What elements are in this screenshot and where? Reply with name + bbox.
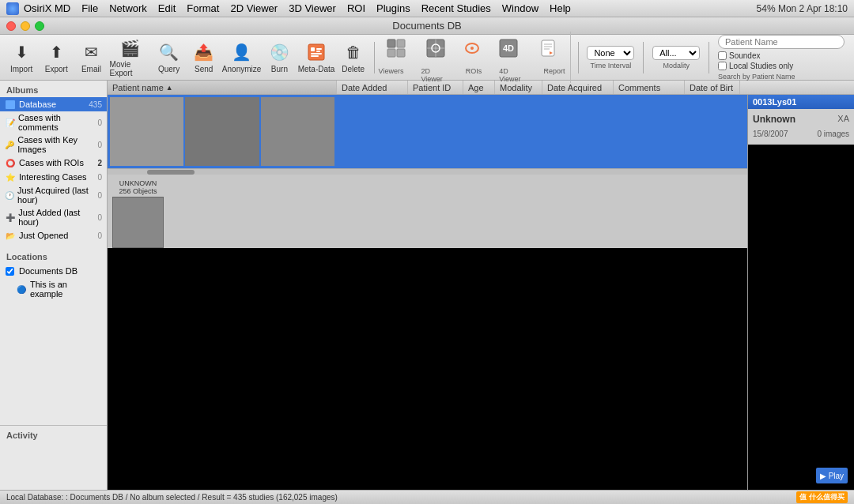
activity-header: Activity bbox=[0, 426, 107, 442]
2dviewer-label: 2D Viewer bbox=[421, 67, 448, 83]
menu-edit[interactable]: Edit bbox=[158, 2, 176, 14]
toolbar-separator-4 bbox=[709, 42, 709, 73]
thumb-1 bbox=[110, 97, 183, 166]
menu-3dviewer[interactable]: 3D Viewer bbox=[289, 2, 336, 14]
albums-section-header: Albums bbox=[0, 81, 107, 97]
wzhi-badge: 值 什么值得买 bbox=[796, 491, 848, 503]
sidebar-item-rois[interactable]: ⭕ Cases with ROIs 2 bbox=[0, 156, 107, 170]
sidebar-item-example[interactable]: 🔵 This is an example bbox=[0, 278, 107, 300]
menubar: OsiriX MD File Network Edit Format 2D Vi… bbox=[0, 0, 854, 17]
4dviewer-button[interactable]: 4D bbox=[488, 32, 529, 66]
soundex-checkbox-label[interactable]: Soundex bbox=[718, 51, 845, 60]
menu-window[interactable]: Window bbox=[502, 2, 538, 14]
sidebar-item-just-opened[interactable]: 📂 Just Opened 0 bbox=[0, 228, 107, 243]
query-button[interactable]: 🔍 Query bbox=[152, 38, 185, 77]
rois-button[interactable] bbox=[458, 32, 486, 66]
viewers-button[interactable] bbox=[379, 32, 414, 66]
col-patient-name[interactable]: Patient name ▲ bbox=[108, 81, 337, 94]
sidebar-item-just-added[interactable]: ➕ Just Added (last hour) 0 bbox=[0, 206, 107, 228]
metadata-button[interactable]: Meta-Data bbox=[298, 38, 335, 77]
sidebar: Albums Database 435 📝 Cases with comment… bbox=[0, 81, 108, 490]
statusbar: Local Database: : Documents DB / No albu… bbox=[0, 490, 854, 504]
report-icon bbox=[537, 37, 559, 59]
delete-button[interactable]: 🗑 Delete bbox=[337, 38, 370, 77]
movie-export-button[interactable]: 🎬 Movie Export bbox=[110, 38, 151, 77]
activity-section: Activity bbox=[0, 425, 107, 490]
send-button[interactable]: 📤 Send bbox=[187, 38, 221, 77]
just-acquired-icon: 🕐 bbox=[5, 190, 14, 201]
report-button[interactable] bbox=[531, 32, 565, 66]
send-icon: 📤 bbox=[193, 41, 215, 63]
viewers-label: Viewers bbox=[379, 67, 404, 83]
import-button[interactable]: ⬇ Import bbox=[5, 38, 38, 77]
burn-icon: 💿 bbox=[268, 41, 290, 63]
small-thumb-img bbox=[112, 197, 164, 248]
search-input[interactable] bbox=[718, 35, 845, 49]
soundex-checkbox[interactable] bbox=[718, 51, 727, 60]
query-icon: 🔍 bbox=[158, 41, 180, 63]
horizontal-scrollbar[interactable] bbox=[108, 168, 747, 175]
search-area: Soundex Local Studies only Search by Pat… bbox=[713, 32, 849, 84]
menu-help[interactable]: Help bbox=[550, 2, 571, 14]
2dviewer-button[interactable] bbox=[415, 32, 456, 66]
svg-rect-9 bbox=[397, 49, 405, 57]
content-split: UNKNOWN 256 Objects 15/8/2007 bbox=[108, 95, 854, 490]
svg-rect-22 bbox=[6, 100, 15, 109]
play-button[interactable]: ▶ Play bbox=[816, 468, 848, 483]
menu-plugins[interactable]: Plugins bbox=[376, 2, 410, 14]
minimize-button[interactable] bbox=[21, 21, 30, 31]
menu-format[interactable]: Format bbox=[187, 2, 219, 14]
sidebar-item-key-images[interactable]: 🔑 Cases with Key Images 0 bbox=[0, 134, 107, 156]
second-table-row[interactable]: UNKNOWN 256 Objects 15/8/2007 bbox=[108, 175, 747, 248]
unknown-label: UNKNOWN 256 Objects bbox=[119, 179, 157, 195]
sidebar-item-interesting[interactable]: ⭐ Interesting Cases 0 bbox=[0, 170, 107, 184]
maximize-button[interactable] bbox=[35, 21, 44, 31]
close-button[interactable] bbox=[6, 21, 16, 31]
menu-network[interactable]: Network bbox=[109, 2, 147, 14]
rois-icon bbox=[461, 37, 483, 59]
modality-select[interactable]: All... bbox=[652, 46, 700, 60]
rois-label: ROIs bbox=[466, 67, 482, 83]
local-studies-checkbox[interactable] bbox=[718, 62, 727, 70]
viewers-icon bbox=[385, 37, 407, 59]
local-studies-checkbox-label[interactable]: Local Studies only bbox=[718, 62, 845, 70]
selected-table-row[interactable] bbox=[108, 95, 747, 168]
modality-label: Modality bbox=[663, 62, 690, 70]
menu-file[interactable]: File bbox=[81, 2, 98, 14]
modality-group: All... Modality bbox=[648, 46, 705, 70]
menu-2dviewer[interactable]: 2D Viewer bbox=[230, 2, 278, 14]
col-comments[interactable]: Comments bbox=[614, 81, 685, 94]
right-panel: 0013Lys01 Unknown XA 15/8/2007 0 images bbox=[747, 95, 854, 490]
svg-rect-7 bbox=[397, 39, 405, 47]
4dviewer-label: 4D Viewer bbox=[499, 67, 526, 83]
status-bar-right: 54% Mon 2 Apr 18:10 bbox=[757, 3, 848, 14]
status-text: 54% Mon 2 Apr 18:10 bbox=[757, 3, 848, 14]
sidebar-item-just-acquired[interactable]: 🕐 Just Acquired (last hour) 0 bbox=[0, 184, 107, 206]
documents-db-checkbox[interactable] bbox=[6, 267, 14, 276]
rois-sidebar-icon: ⭕ bbox=[5, 157, 16, 168]
left-content: UNKNOWN 256 Objects 15/8/2007 bbox=[108, 95, 747, 490]
right-preview: ▶ Play bbox=[748, 145, 854, 490]
menu-osiriX[interactable]: OsiriX MD bbox=[24, 2, 70, 14]
sidebar-item-database[interactable]: Database 435 bbox=[0, 97, 107, 111]
example-icon: 🔵 bbox=[16, 284, 27, 295]
svg-rect-2 bbox=[316, 48, 322, 50]
toolbar: ⬇ Import ⬆ Export ✉ Email 🎬 Movie Export… bbox=[0, 35, 854, 81]
thumb-2 bbox=[185, 97, 259, 166]
patient-date-row: 15/8/2007 0 images bbox=[753, 130, 849, 138]
anonymize-button[interactable]: 👤 Anonymize bbox=[222, 38, 261, 77]
small-thumbnail-group: UNKNOWN 256 Objects 15/8/2007 bbox=[112, 179, 164, 256]
menu-recent[interactable]: Recent Studies bbox=[421, 2, 491, 14]
email-button[interactable]: ✉ Email bbox=[74, 38, 108, 77]
burn-button[interactable]: 💿 Burn bbox=[263, 38, 296, 77]
just-added-icon: ➕ bbox=[5, 212, 15, 223]
time-interval-select[interactable]: None bbox=[587, 46, 634, 60]
export-button[interactable]: ⬆ Export bbox=[40, 38, 73, 77]
comments-icon: 📝 bbox=[5, 117, 15, 128]
svg-rect-8 bbox=[387, 49, 395, 57]
menu-roi[interactable]: ROI bbox=[347, 2, 365, 14]
documents-db-icon bbox=[5, 265, 16, 276]
sidebar-item-documents-db[interactable]: Documents DB bbox=[0, 264, 107, 278]
svg-point-15 bbox=[470, 47, 474, 50]
sidebar-item-comments[interactable]: 📝 Cases with comments 0 bbox=[0, 111, 107, 134]
